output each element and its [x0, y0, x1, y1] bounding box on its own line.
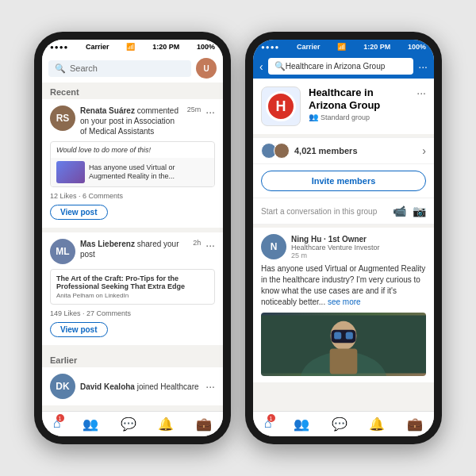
back-search-bar: ‹ 🔍 Healthcare in Arizona Group ··· [253, 54, 434, 79]
camera-icon[interactable]: 📷 [413, 205, 426, 217]
post-preview-2: The Art of the Craft: Pro-Tips for the P… [50, 269, 215, 305]
post-thumbnail-1 [56, 161, 85, 183]
video-icon[interactable]: 📹 [393, 205, 406, 217]
user-avatar-left[interactable]: U [196, 58, 217, 79]
post-time: 25 m [291, 251, 426, 259]
start-conv-icons: 📹 📷 [393, 205, 426, 217]
notif-avatar-1: RS [50, 106, 75, 131]
nav-people-right[interactable]: 👥 [294, 416, 309, 432]
member-avatar-2 [274, 143, 290, 159]
group-logo-inner: H [266, 91, 296, 121]
time-left: 1:20 PM [152, 43, 179, 51]
people-icon-right: 👥 [294, 416, 309, 432]
group-more-icon[interactable]: ··· [418, 60, 428, 73]
left-phone: ●●●● Carrier 📶 1:20 PM 100% 🔍 Search U [34, 32, 231, 444]
back-arrow-icon[interactable]: ‹ [259, 60, 263, 73]
invite-btn-wrap: Invite members [253, 163, 434, 198]
notif-text-1: Renata Suárez commented on your post in … [80, 106, 182, 136]
earlier-more-1[interactable]: ··· [205, 380, 215, 393]
nav-notifications-left[interactable]: 🔔 [158, 416, 174, 432]
carrier-dots-right: ●●●● [261, 44, 279, 51]
nav-messages-right[interactable]: 💬 [332, 416, 347, 432]
notif-more-2[interactable]: ··· [205, 239, 215, 251]
post-quote-1: Would love to do more of this! [51, 142, 214, 158]
svg-rect-3 [330, 348, 358, 374]
post-author-row: N Ning Hu · 1st Owner Healthcare Venture… [261, 234, 426, 259]
post-author-title: Healthcare Venture Investor [291, 244, 426, 251]
notifications-icon-left: 🔔 [158, 416, 174, 432]
post-vr-image [261, 313, 426, 376]
messages-icon-right: 💬 [332, 416, 347, 432]
earlier-avatar-1: DK [50, 374, 75, 399]
battery-left: 100% [197, 43, 215, 51]
view-post-btn-2[interactable]: View post [50, 322, 108, 337]
search-bar-left: 🔍 Search U [42, 54, 223, 83]
group-logo: H [261, 86, 301, 126]
notif-more-1[interactable]: ··· [205, 106, 215, 118]
earlier-body-1: joined Healthcare [137, 382, 199, 391]
group-header: H Healthcare in Arizona Group 👥 Standard… [253, 79, 434, 134]
battery-right: 100% [408, 43, 426, 51]
post-stats-2: 149 Likes · 27 Comments [50, 309, 215, 317]
svg-rect-6 [346, 332, 353, 339]
group-info: Healthcare in Arizona Group 👥 Standard g… [309, 86, 409, 121]
notif-author-1: Renata Suárez [80, 106, 135, 115]
search-placeholder-left: Search [70, 63, 98, 73]
right-screen: ●●●● Carrier 📶 1:20 PM 100% ‹ 🔍 Healthca… [253, 40, 434, 436]
notif-text-2: Mas Lieberenz shared your post [80, 239, 188, 259]
notification-card-1: RS Renata Suárez commented on your post … [42, 99, 223, 228]
nav-jobs-left[interactable]: 💼 [196, 416, 212, 432]
nav-home-right[interactable]: ⌂ 1 [264, 416, 272, 432]
wifi-icon: 📶 [126, 43, 135, 51]
carrier-dots: ●●●● [50, 44, 68, 51]
bottom-nav-right: ⌂ 1 👥 💬 🔔 💼 [253, 411, 434, 436]
notif-header-1: RS Renata Suárez commented on your post … [50, 106, 215, 136]
members-left: 4,021 members [261, 143, 358, 159]
earlier-label: Earlier [42, 351, 223, 367]
members-row[interactable]: 4,021 members › [253, 137, 434, 163]
members-avatars [261, 143, 290, 159]
invite-members-btn[interactable]: Invite members [261, 171, 426, 191]
notif-time-2: 2h [193, 239, 201, 247]
members-chevron: › [422, 144, 426, 157]
nav-messages-left[interactable]: 💬 [121, 416, 136, 432]
nav-home-left[interactable]: ⌂ 1 [53, 416, 61, 432]
see-more-link[interactable]: see more [328, 298, 361, 306]
earlier-author-1: David Kealoha [80, 382, 135, 391]
search-icon-left: 🔍 [55, 63, 66, 74]
post-author-avatar: N [261, 234, 286, 259]
time-right: 1:20 PM [363, 43, 390, 51]
notif-header-2: ML Mas Lieberenz shared your post 2h ··· [50, 239, 215, 264]
notifications-icon-right: 🔔 [369, 416, 385, 432]
screen-content-left: Recent RS Renata Suárez commented on you… [42, 83, 223, 411]
start-conv-text: Start a conversation in this group [261, 207, 377, 216]
right-search-wrap[interactable]: 🔍 Healthcare in Arizona Group [268, 58, 414, 75]
svg-rect-5 [334, 332, 341, 339]
notification-card-2: ML Mas Lieberenz shared your post 2h ···… [42, 232, 223, 345]
post-stats-1: 12 Likes · 6 Comments [50, 192, 215, 200]
post-preview2-author: Anita Pelham on LinkedIn [56, 292, 209, 299]
view-post-btn-1[interactable]: View post [50, 205, 108, 220]
start-conversation[interactable]: Start a conversation in this group 📹 📷 [253, 198, 434, 225]
search-input-wrap-left[interactable]: 🔍 Search [48, 60, 191, 77]
post-image-title-1: Has anyone used Virtual or Augmented Rea… [89, 163, 209, 181]
nav-jobs-right[interactable]: 💼 [407, 416, 423, 432]
nav-people-left[interactable]: 👥 [83, 416, 98, 432]
post-body: Has anyone used Virtual or Augmented Rea… [261, 263, 426, 308]
group-type: 👥 Standard group [309, 113, 409, 121]
search-icon-right: 🔍 [274, 61, 286, 71]
post-preview-1: Would love to do more of this! Has anyon… [50, 141, 215, 187]
people-icon-left: 👥 [83, 416, 98, 432]
group-header-more[interactable]: ··· [416, 86, 426, 99]
carrier-text: Carrier [86, 43, 109, 51]
home-badge-right: 1 [267, 414, 275, 422]
vr-illustration [261, 313, 426, 376]
notif-time-1: 25m [187, 106, 202, 113]
group-type-icon: 👥 [309, 113, 318, 121]
nav-notifications-right[interactable]: 🔔 [369, 416, 385, 432]
notif-avatar-2: ML [50, 239, 75, 264]
earlier-text-1: David Kealoha joined Healthcare [80, 382, 201, 392]
status-bar-right: ●●●● Carrier 📶 1:20 PM 100% [253, 40, 434, 54]
earlier-item-1: DK David Kealoha joined Healthcare ··· [42, 367, 223, 405]
right-phone: ●●●● Carrier 📶 1:20 PM 100% ‹ 🔍 Healthca… [245, 32, 442, 444]
